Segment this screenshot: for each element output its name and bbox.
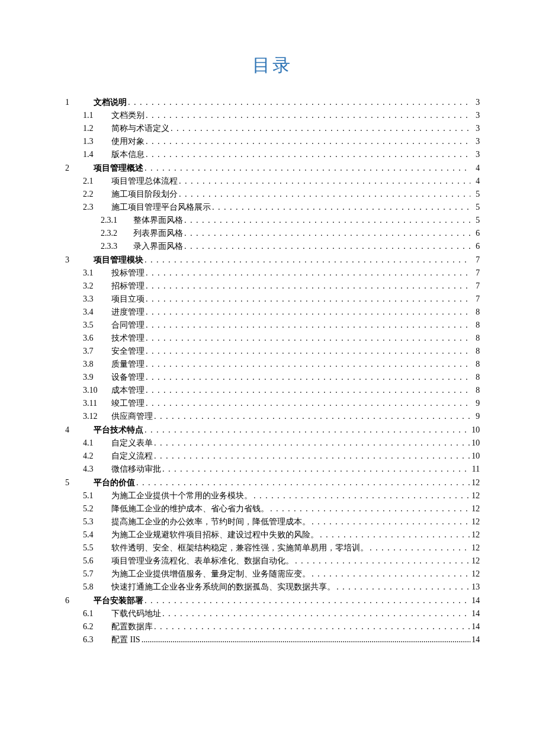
- toc-entry[interactable]: 5平台的价值12: [65, 476, 480, 489]
- toc-entry-page: 3: [470, 122, 480, 135]
- toc-entry-page: 10: [470, 450, 480, 463]
- toc-entry[interactable]: 4.3微信移动审批11: [65, 463, 480, 476]
- toc-entry-text: 合同管理: [111, 319, 145, 332]
- toc-entry[interactable]: 2.3施工项目管理平台风格展示5: [65, 201, 480, 214]
- toc-entry[interactable]: 6.2配置数据库14: [65, 620, 480, 633]
- toc-entry[interactable]: 5.6项目管理业务流程化、表单标准化、数据自动化。12: [65, 555, 480, 568]
- toc-list: 1文档说明31.1文档类别31.2简称与术语定义31.3使用对象31.4版本信息…: [65, 95, 480, 646]
- toc-entry[interactable]: 5.5软件透明、安全、框架结构稳定，兼容性强，实施简单易用，零培训。12: [65, 542, 480, 555]
- toc-leader-dots: [211, 201, 470, 214]
- toc-entry-page: 8: [470, 371, 480, 384]
- toc-entry[interactable]: 6平台安装部署14: [65, 594, 480, 607]
- toc-entry-text: 配置 IIS: [111, 633, 140, 646]
- toc-entry[interactable]: 3.7安全管理8: [65, 345, 480, 358]
- toc-entry[interactable]: 4.2自定义流程10: [65, 450, 480, 463]
- toc-entry[interactable]: 3.12供应商管理9: [65, 410, 480, 423]
- toc-leader-dots: [143, 254, 470, 267]
- toc-entry[interactable]: 5.7为施工企业提供增值服务、量身定制、业务随需应变。12: [65, 568, 480, 581]
- toc-entry[interactable]: 6.3配置 IIS14: [65, 633, 480, 646]
- toc-entry[interactable]: 2.3.1整体界面风格5: [65, 214, 480, 227]
- toc-entry-text: 技术管理: [111, 332, 145, 345]
- toc-entry[interactable]: 2项目管理概述4: [65, 161, 480, 175]
- toc-entry[interactable]: 3.11竣工管理9: [65, 397, 480, 410]
- toc-entry-text: 平台技术特点: [94, 423, 143, 436]
- toc-entry-page: 5: [470, 201, 480, 214]
- toc-entry[interactable]: 3.4进度管理8: [65, 306, 480, 319]
- toc-entry-number: 4.3: [83, 463, 111, 476]
- toc-entry[interactable]: 5.1为施工企业提供十个常用的业务模块。12: [65, 489, 480, 502]
- toc-leader-dots: [169, 122, 470, 135]
- toc-entry-page: 14: [470, 633, 480, 646]
- toc-entry[interactable]: 1.4版本信息3: [65, 148, 480, 161]
- toc-entry[interactable]: 5.4为施工企业规避软件项目招标、建设过程中失败的风险。12: [65, 528, 480, 542]
- toc-entry-text: 降低施工企业的维护成本、省心省力省钱。: [111, 502, 269, 515]
- toc-entry-text: 项目管理模块: [94, 253, 143, 266]
- toc-entry[interactable]: 2.3.3录入界面风格6: [65, 240, 480, 253]
- toc-entry[interactable]: 4.1自定义表单10: [65, 437, 480, 450]
- toc-entry[interactable]: 2.3.2列表界面风格6: [65, 227, 480, 240]
- toc-entry-number: 3.2: [83, 280, 111, 293]
- toc-entry-page: 7: [470, 267, 480, 280]
- toc-leader-dots: [368, 542, 470, 555]
- toc-entry-number: 3.9: [83, 371, 111, 384]
- toc-entry-page: 8: [470, 319, 480, 332]
- toc-entry[interactable]: 3项目管理模块7: [65, 253, 480, 267]
- toc-entry-text: 竣工管理: [111, 397, 145, 410]
- toc-entry-text: 供应商管理: [111, 410, 153, 423]
- toc-entry[interactable]: 6.1下载代码地址14: [65, 607, 480, 620]
- toc-entry-text: 配置数据库: [111, 620, 153, 633]
- toc-entry-page: 4: [470, 162, 480, 175]
- toc-leader-dots: [145, 371, 470, 384]
- toc-entry-number: 5.4: [83, 528, 111, 542]
- toc-entry[interactable]: 5.2降低施工企业的维护成本、省心省力省钱。12: [65, 502, 480, 515]
- toc-entry-text: 使用对象: [111, 135, 145, 148]
- toc-leader-dots: [183, 227, 470, 240]
- toc-entry[interactable]: 1文档说明3: [65, 95, 480, 109]
- toc-leader-dots: [145, 384, 470, 397]
- toc-entry[interactable]: 3.9设备管理8: [65, 371, 480, 384]
- toc-entry-text: 文档说明: [94, 95, 127, 108]
- toc-entry-page: 8: [470, 306, 480, 319]
- toc-entry-number: 3: [65, 254, 94, 267]
- toc-entry[interactable]: 2.2施工项目阶段划分5: [65, 188, 480, 201]
- toc-entry[interactable]: 5.8快速打通施工企业各业务系统间的数据孤岛、实现数据共享。13: [65, 581, 480, 594]
- toc-entry[interactable]: 3.6技术管理8: [65, 332, 480, 345]
- toc-entry-text: 平台安装部署: [94, 594, 143, 607]
- toc-entry[interactable]: 3.2招标管理7: [65, 280, 480, 293]
- toc-entry-text: 自定义表单: [111, 437, 153, 450]
- toc-entry-text: 招标管理: [111, 280, 145, 293]
- toc-entry-page: 8: [470, 384, 480, 397]
- toc-leader-dots: [145, 135, 470, 148]
- toc-entry[interactable]: 1.3使用对象3: [65, 135, 480, 148]
- document-page: 目录 1文档说明31.1文档类别31.2简称与术语定义31.3使用对象31.4版…: [0, 0, 545, 682]
- toc-entry-page: 3: [470, 109, 480, 122]
- toc-entry-text: 版本信息: [111, 148, 145, 161]
- toc-leader-dots: [143, 594, 470, 607]
- toc-entry[interactable]: 2.1项目管理总体流程4: [65, 175, 480, 188]
- toc-leader-dots: [319, 528, 470, 542]
- toc-entry-number: 3.3: [83, 293, 111, 306]
- toc-entry-number: 6.1: [83, 607, 111, 620]
- toc-entry-number: 5.2: [83, 502, 111, 515]
- toc-entry-page: 3: [470, 96, 480, 109]
- toc-entry-page: 12: [470, 568, 480, 581]
- toc-entry[interactable]: 3.5合同管理8: [65, 319, 480, 332]
- toc-entry[interactable]: 4平台技术特点10: [65, 423, 480, 437]
- toc-entry-text: 施工项目管理平台风格展示: [111, 201, 211, 214]
- toc-leader-dots: [153, 410, 470, 423]
- toc-entry[interactable]: 1.1文档类别3: [65, 109, 480, 122]
- toc-leader-dots: [145, 109, 470, 122]
- toc-entry-page: 5: [470, 214, 480, 227]
- toc-entry[interactable]: 3.1投标管理7: [65, 267, 480, 280]
- toc-entry-number: 2.3.2: [101, 227, 133, 240]
- toc-entry-page: 14: [470, 607, 480, 620]
- toc-entry[interactable]: 5.3提高施工企业的办公效率，节约时间，降低管理成本。12: [65, 515, 480, 528]
- toc-entry-number: 1.3: [83, 135, 111, 148]
- toc-entry-number: 3.11: [83, 397, 111, 410]
- toc-entry[interactable]: 3.8质量管理8: [65, 358, 480, 371]
- toc-entry[interactable]: 3.10成本管理8: [65, 384, 480, 397]
- toc-leader-dots: [145, 293, 470, 306]
- toc-entry[interactable]: 3.3项目立项7: [65, 293, 480, 306]
- toc-entry[interactable]: 1.2简称与术语定义3: [65, 122, 480, 135]
- toc-leader-dots: [335, 581, 470, 594]
